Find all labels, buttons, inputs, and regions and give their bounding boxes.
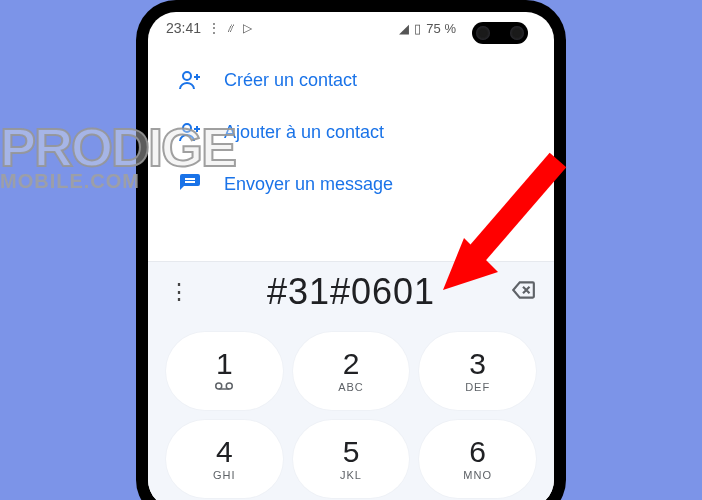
battery-icon: ▯ (414, 21, 421, 36)
keypad: 1 2 ABC 3 DEF 4 GHI (148, 322, 554, 500)
status-time: 23:41 (166, 20, 201, 36)
key-1[interactable]: 1 (166, 332, 283, 410)
key-5[interactable]: 5 JKL (293, 420, 410, 498)
svg-point-1 (183, 124, 191, 132)
key-4[interactable]: 4 GHI (166, 420, 283, 498)
send-message-row[interactable]: Envoyer un message (148, 158, 554, 210)
voicemail-icon (215, 381, 233, 393)
key-3[interactable]: 3 DEF (419, 332, 536, 410)
svg-point-2 (216, 383, 222, 389)
svg-point-3 (227, 383, 233, 389)
send-message-label: Envoyer un message (224, 174, 393, 195)
key-2[interactable]: 2 ABC (293, 332, 410, 410)
signal-icon: ◢ (399, 21, 409, 36)
create-contact-label: Créer un contact (224, 70, 357, 91)
key-6[interactable]: 6 MNO (419, 420, 536, 498)
contact-actions: Créer un contact Ajouter à un contact En… (148, 44, 554, 218)
add-to-contact-row[interactable]: Ajouter à un contact (148, 106, 554, 158)
backspace-icon[interactable] (508, 277, 538, 307)
battery-percent: 75 % (426, 21, 456, 36)
svg-point-0 (183, 72, 191, 80)
phone-frame: 23:41 ⋮ ⫽ ▷ ◢ ▯ 75 % Créer un contact (136, 0, 566, 500)
add-to-contact-label: Ajouter à un contact (224, 122, 384, 143)
screen: 23:41 ⋮ ⫽ ▷ ◢ ▯ 75 % Créer un contact (148, 12, 554, 500)
dial-input-display: #31#0601 (194, 271, 508, 313)
dialer: ⋮ #31#0601 1 2 ABC (148, 261, 554, 500)
create-contact-row[interactable]: Créer un contact (148, 54, 554, 106)
camera-cutout (472, 22, 528, 44)
status-icon-group: ⋮ ⫽ ▷ (208, 21, 253, 35)
message-icon (178, 172, 202, 196)
person-add-icon (178, 68, 202, 92)
person-add-icon (178, 120, 202, 144)
more-icon[interactable]: ⋮ (164, 279, 194, 305)
